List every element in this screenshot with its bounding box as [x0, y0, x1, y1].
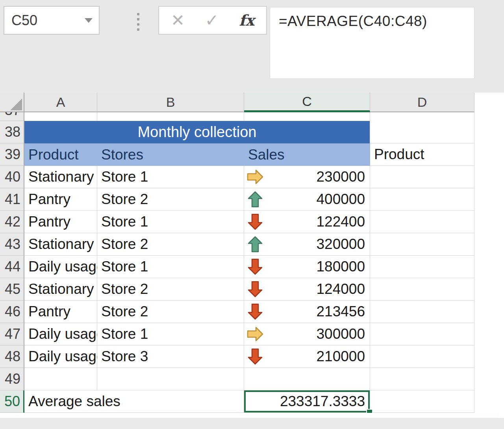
cell-d50[interactable] [370, 390, 474, 413]
cell-merged-38[interactable]: Monthly collection [24, 121, 370, 143]
cell-c42[interactable]: 122400 [244, 211, 370, 233]
cell-a37[interactable] [24, 112, 97, 121]
cell-c49[interactable] [244, 368, 370, 390]
cell-b39[interactable]: Stores [97, 143, 244, 166]
cell-a41[interactable]: Pantry [24, 188, 97, 211]
down-arrow-icon [247, 348, 263, 365]
cell-c50[interactable]: 233317.3333 [244, 390, 370, 413]
cell-b48[interactable]: Store 3 [97, 345, 244, 368]
name-box-dropdown-icon[interactable] [85, 18, 93, 23]
cell-a44[interactable]: Daily usage [24, 256, 97, 278]
cell-c39[interactable]: Sales [244, 143, 370, 166]
insert-function-icon[interactable]: fx [239, 11, 254, 29]
cell-a39[interactable]: Product [24, 143, 97, 166]
partial-next-row [24, 413, 499, 418]
cell-c45[interactable]: 124000 [244, 278, 370, 301]
column-header-d[interactable]: D [370, 93, 474, 112]
row-number: 50 [4, 393, 20, 410]
cell-d41[interactable] [370, 188, 474, 211]
row-header-40[interactable]: 40 [0, 166, 24, 188]
sheet-grid: ABCD3738Monthly collection39ProductStore… [0, 93, 474, 413]
cell-value: 230000 [317, 169, 365, 185]
cell-d44[interactable] [370, 256, 474, 278]
cell-b44[interactable]: Store 1 [97, 256, 244, 278]
row-number: 38 [5, 124, 20, 140]
cell-d47[interactable] [370, 323, 474, 345]
cell-d38[interactable] [370, 121, 474, 143]
enter-icon[interactable]: ✓ [205, 12, 219, 29]
cell-d43[interactable] [370, 233, 474, 256]
cell-b45[interactable]: Store 2 [97, 278, 244, 301]
row-header-47[interactable]: 47 [0, 323, 24, 345]
formula-text: =AVERAGE(C40:C48) [279, 13, 427, 29]
cell-d42[interactable] [370, 211, 474, 233]
row-header-44[interactable]: 44 [0, 256, 24, 278]
cell-b40[interactable]: Store 1 [97, 166, 244, 188]
row-number: 45 [5, 281, 20, 297]
cell-c43[interactable]: 320000 [244, 233, 370, 256]
cell-c37[interactable] [244, 112, 370, 121]
row-header-50[interactable]: 50 [0, 390, 24, 413]
cell-d40[interactable] [370, 166, 474, 188]
cell-c41[interactable]: 400000 [244, 188, 370, 211]
cell-b41[interactable]: Store 2 [97, 188, 244, 211]
row-header-43[interactable]: 43 [0, 233, 24, 256]
row-number: 44 [5, 258, 20, 275]
cancel-icon[interactable]: ✕ [171, 12, 185, 29]
cell-d49[interactable] [370, 368, 474, 390]
cell-a47[interactable]: Daily usage [24, 323, 97, 345]
cell-d45[interactable] [370, 278, 474, 301]
excel-window: C50 ✕ ✓ fx =AVERAGE(C40:C48) ABCD3738Mon… [0, 0, 504, 429]
cell-b46[interactable]: Store 2 [97, 301, 244, 323]
name-box[interactable]: C50 [4, 6, 100, 35]
row-header-37[interactable]: 37 [0, 112, 24, 121]
column-header-c[interactable]: C [244, 93, 370, 112]
row-header-48[interactable]: 48 [0, 345, 24, 368]
row-header-49[interactable]: 49 [0, 368, 24, 390]
cell-c47[interactable]: 300000 [244, 323, 370, 345]
row-header-42[interactable]: 42 [0, 211, 24, 233]
cell-b42[interactable]: Store 1 [97, 211, 244, 233]
name-box-value: C50 [11, 12, 37, 29]
cell-a40[interactable]: Stationary [24, 166, 97, 188]
cell-a42[interactable]: Pantry [24, 211, 97, 233]
row-header-46[interactable]: 46 [0, 301, 24, 323]
row-header-39[interactable]: 39 [0, 143, 24, 166]
cell-d46[interactable] [370, 301, 474, 323]
row-header-41[interactable]: 41 [0, 188, 24, 211]
cell-d48[interactable] [370, 345, 474, 368]
cell-value: 320000 [317, 236, 365, 253]
cell-c40[interactable]: 230000 [244, 166, 370, 188]
cell-a50[interactable]: Average sales [24, 390, 244, 413]
cell-a48[interactable]: Daily usage [24, 345, 97, 368]
formula-input[interactable]: =AVERAGE(C40:C48) [270, 7, 474, 79]
row-number: 40 [5, 169, 20, 185]
cell-c46[interactable]: 213456 [244, 301, 370, 323]
cell-a49[interactable] [24, 368, 97, 390]
cell-b47[interactable]: Store 1 [97, 323, 244, 345]
cell-b43[interactable]: Store 2 [97, 233, 244, 256]
row-number: 49 [5, 371, 20, 387]
cell-d37[interactable] [370, 112, 474, 121]
formula-bar-grip-icon[interactable] [137, 13, 139, 31]
cell-b37[interactable] [97, 112, 244, 121]
cell-c48[interactable]: 210000 [244, 345, 370, 368]
row-number: 37 [5, 112, 20, 119]
cell-b49[interactable] [97, 368, 244, 390]
column-header-b[interactable]: B [97, 93, 244, 112]
cell-a45[interactable]: Stationary [24, 278, 97, 301]
column-header-a[interactable]: A [24, 93, 97, 112]
cell-a46[interactable]: Pantry [24, 301, 97, 323]
cell-d39[interactable]: Product [370, 143, 474, 166]
down-arrow-icon [247, 258, 263, 275]
cell-a43[interactable]: Stationary [24, 233, 97, 256]
row-number: 48 [5, 348, 20, 365]
cell-value: 213456 [317, 303, 365, 320]
cell-c44[interactable]: 180000 [244, 256, 370, 278]
cell-value: 300000 [317, 326, 365, 342]
row-number: 39 [5, 146, 20, 163]
row-header-38[interactable]: 38 [0, 121, 24, 143]
right-arrow-icon [247, 325, 263, 343]
row-header-45[interactable]: 45 [0, 278, 24, 301]
select-all-corner[interactable] [0, 93, 24, 112]
